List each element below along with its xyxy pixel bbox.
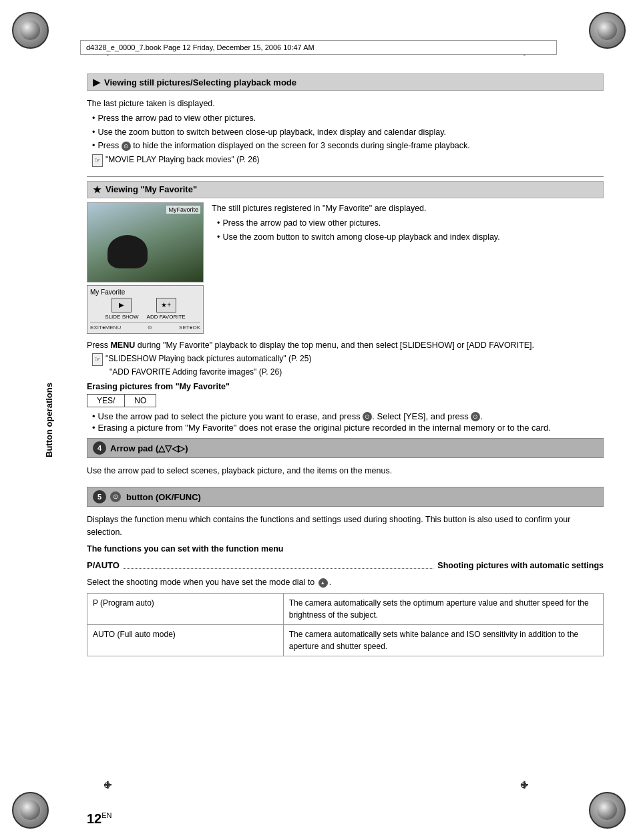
movie-play-ref: ☞ "MOVIE PLAY Playing back movies" (P. 2… — [92, 154, 604, 167]
table-col1-0: P (Program auto) — [87, 593, 284, 624]
ok-func-number: 5 — [93, 490, 106, 503]
add-favorite-icon-box: ★+ — [156, 298, 176, 312]
my-fav-bullet-2: • Use the zoom button to switch among cl… — [217, 231, 604, 244]
slideshow-icon-box: ▶ — [112, 298, 132, 312]
pauto-dots — [124, 562, 433, 569]
corner-decoration-bl — [7, 787, 53, 833]
main-content: ▶ Viewing still pictures/Selecting playb… — [87, 73, 604, 787]
side-label: Button operations — [44, 383, 54, 457]
arrow-pad-title: Arrow pad (△▽◁▷) — [110, 443, 188, 453]
erasing-bullet-2: • Erasing a picture from "My Favorite" d… — [92, 423, 604, 433]
movie-play-ref-text: "MOVIE PLAY Playing back movies" (P. 26) — [105, 154, 260, 166]
bullet-2: • Use the zoom button to switch between … — [92, 126, 604, 139]
photo-label: MyFavorite — [166, 206, 200, 214]
my-fav-bullet-1: • Press the arrow pad to view other pict… — [217, 217, 604, 230]
header-text: d4328_e_0000_7.book Page 12 Friday, Dece… — [86, 43, 314, 51]
table-col2-1: The camera automatically sets white bala… — [283, 624, 603, 656]
screen-exit: EXIT●MENU — [90, 325, 121, 331]
table-row: AUTO (Full auto mode) The camera automat… — [87, 624, 604, 656]
bullet-1: • Press the arrow pad to view other pict… — [92, 112, 604, 125]
viewing-still-content: The last picture taken is displayed. • P… — [87, 95, 604, 172]
arrow-pad-header: 4 Arrow pad (△▽◁▷) — [87, 438, 604, 458]
viewing-still-header: ▶ Viewing still pictures/Selecting playb… — [87, 73, 604, 91]
my-favorite-images: MyFavorite My Favorite ▶ SLIDE SHOW ★+ A… — [87, 202, 204, 334]
screen-bottom: EXIT●MENU ⊙ SET●OK — [90, 323, 200, 331]
press-text: Press — [87, 341, 108, 350]
no-item: NO — [125, 395, 156, 407]
my-favorite-header: ★ Viewing "My Favorite" — [87, 181, 604, 198]
menu-bold: MENU — [110, 341, 135, 350]
arrow-pad-description: Use the arrow pad to select scenes, play… — [87, 466, 392, 475]
star-icon: ★ — [93, 184, 101, 195]
erasing-section: Erasing pictures from "My Favorite" YES/… — [87, 382, 604, 433]
screen-title: My Favorite — [90, 288, 200, 296]
pauto-label: P/AUTO — [87, 559, 120, 572]
yes-no-box: YES/ NO — [87, 394, 156, 407]
screen-set: SET●OK — [179, 325, 200, 331]
pauto-line: P/AUTO Shooting pictures with automatic … — [87, 559, 604, 572]
my-favorite-right: The still pictures registered in "My Fav… — [212, 202, 604, 334]
ref-icon-1: ☞ — [92, 154, 103, 167]
screen-mid: ⊙ — [148, 325, 152, 331]
add-fav-ref-text: "ADD FAVORITE Adding favorite images" (P… — [110, 366, 282, 378]
viewing-still-title: Viewing still pictures/Selecting playbac… — [104, 77, 296, 87]
ok-func-header: 5 ⊙ button (OK/FUNC) — [87, 487, 604, 507]
yes-item: YES/ — [87, 395, 125, 407]
arrow-symbols: △▽◁▷ — [158, 443, 185, 453]
add-fav-ref: "ADD FAVORITE Adding favorite images" (P… — [92, 366, 604, 378]
slideshow-ref-text: "SLIDESHOW Playing back pictures automat… — [105, 353, 311, 365]
pauto-right: Shooting pictures with automatic setting… — [437, 560, 604, 572]
slideshow-icon-item: ▶ SLIDE SHOW — [105, 298, 138, 320]
erasing-title: Erasing pictures from "My Favorite" — [87, 382, 604, 391]
mode-dial-icon — [318, 578, 328, 588]
table-col2-0: The camera automatically sets the optimu… — [283, 593, 603, 624]
corner-decoration-br — [584, 787, 630, 833]
add-favorite-label: ADD FAVORITE — [147, 314, 186, 320]
my-favorite-layout: MyFavorite My Favorite ▶ SLIDE SHOW ★+ A… — [87, 202, 604, 334]
erasing-bullet-1: • Use the arrow pad to select the pictur… — [92, 411, 604, 422]
my-fav-description: The still pictures registered in "My Fav… — [212, 202, 604, 215]
ok-func-content: Displays the function menu which contain… — [87, 511, 604, 662]
table-row: P (Program auto) The camera automaticall… — [87, 593, 604, 624]
header-bar: d4328_e_0000_7.book Page 12 Friday, Dece… — [80, 40, 557, 55]
ok-func-description: Displays the function menu which contain… — [87, 513, 604, 539]
corner-decoration-tr — [584, 7, 630, 53]
last-picture-text: The last picture taken is displayed. — [87, 97, 604, 110]
my-favorite-section: ★ Viewing "My Favorite" MyFavorite My Fa… — [87, 181, 604, 433]
select-text: Select the shooting mode when you have s… — [87, 576, 604, 589]
my-favorite-title: Viewing "My Favorite" — [105, 184, 197, 194]
functions-title: The functions you can set with the funct… — [87, 543, 604, 556]
table-col1-1: AUTO (Full auto mode) — [87, 624, 284, 656]
bullet-3: • Press ⊙ to hide the information displa… — [92, 140, 604, 152]
ref-icon-2: ☞ — [92, 353, 103, 366]
viewing-still-section: ▶ Viewing still pictures/Selecting playb… — [87, 73, 604, 172]
arrow-pad-content: Use the arrow pad to select scenes, play… — [87, 462, 604, 483]
settings-table: P (Program auto) The camera automaticall… — [87, 593, 604, 656]
my-favorite-screen: My Favorite ▶ SLIDE SHOW ★+ ADD FAVORITE… — [87, 285, 204, 334]
press-menu-paragraph: Press MENU during "My Favorite" playback… — [87, 339, 604, 378]
divider-1 — [87, 176, 604, 177]
ok-func-icon: ⊙ — [110, 491, 121, 502]
slideshow-ref: ☞ "SLIDESHOW Playing back pictures autom… — [92, 353, 604, 366]
corner-decoration-tl — [7, 7, 53, 53]
screen-icons: ▶ SLIDE SHOW ★+ ADD FAVORITE — [90, 298, 200, 320]
my-favorite-photo: MyFavorite — [87, 202, 204, 282]
press-after: during "My Favorite" playback to display… — [135, 341, 534, 350]
play-icon: ▶ — [93, 77, 100, 87]
slideshow-label: SLIDE SHOW — [105, 314, 138, 320]
arrow-pad-number: 4 — [93, 441, 106, 455]
yes-no-box-container: YES/ NO — [87, 394, 604, 411]
add-favorite-icon-item: ★+ ADD FAVORITE — [147, 298, 186, 320]
ok-func-title: button (OK/FUNC) — [126, 492, 201, 502]
page-number: 12EN — [87, 811, 112, 827]
photo-image — [87, 203, 203, 282]
